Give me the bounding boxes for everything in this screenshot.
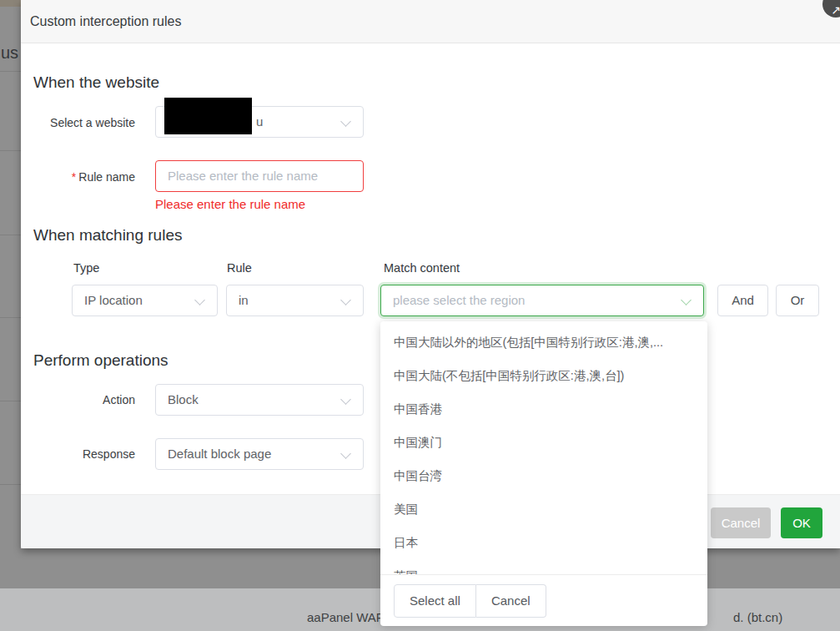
region-option[interactable]: 中国澳门 <box>380 426 707 459</box>
region-dropdown-panel: 中国大陆以外的地区(包括[中国特别行政区:港,澳,...中国大陆(不包括[中国特… <box>380 321 707 626</box>
action-select[interactable]: Block <box>155 384 364 416</box>
response-value: Default block page <box>168 439 271 469</box>
dialog-title: Custom interception rules <box>30 0 181 43</box>
select-all-button[interactable]: Select all <box>394 584 476 618</box>
action-value: Block <box>168 385 199 415</box>
redaction-overlay <box>164 98 252 134</box>
column-label-type: Type <box>73 261 99 275</box>
column-label-rule: Rule <box>227 261 252 275</box>
region-dropdown-actions: Select all Cancel <box>394 584 546 618</box>
match-content-placeholder: please select the region <box>393 285 525 316</box>
scroll-top-button[interactable]: ↗ <box>822 0 840 18</box>
region-option[interactable]: 中国香港 <box>380 392 707 426</box>
divider <box>0 150 21 151</box>
page-footer-link: d. (bt.cn) <box>733 610 782 624</box>
section-heading-website: When the website <box>33 73 159 92</box>
region-option[interactable]: 英国 <box>380 559 707 574</box>
section-heading-matching: When matching rules <box>33 226 182 245</box>
response-label: Response <box>17 447 135 461</box>
response-select[interactable]: Default block page <box>155 438 364 470</box>
region-option[interactable]: 日本 <box>380 526 707 559</box>
match-type-select[interactable]: IP location <box>72 285 218 316</box>
dimmed-page-left-top <box>0 0 21 7</box>
cancel-button[interactable]: Cancel <box>711 507 771 538</box>
chevron-down-icon <box>340 295 351 305</box>
chevron-down-icon <box>194 295 205 305</box>
screen: us aaPanel WAF d. (bt.cn) Custom interce… <box>0 0 840 631</box>
chevron-down-icon <box>681 295 692 305</box>
region-option[interactable]: 中国大陆以外的地区(包括[中国特别行政区:港,澳,... <box>380 326 707 359</box>
section-heading-operations: Perform operations <box>33 351 169 370</box>
arrow-up-right-icon: ↗ <box>822 3 840 17</box>
region-option[interactable]: 中国台湾 <box>380 459 707 492</box>
region-option-list: 中国大陆以外的地区(包括[中国特别行政区:港,澳,...中国大陆(不包括[中国特… <box>380 321 707 574</box>
divider <box>0 484 21 485</box>
region-option[interactable]: 中国大陆(不包括[中国特别行政区:港,澳,台]) <box>380 359 707 392</box>
action-label: Action <box>17 393 135 406</box>
divider <box>0 235 21 235</box>
rule-name-error: Please enter the rule name <box>155 197 305 211</box>
region-option[interactable]: 美国 <box>380 492 707 526</box>
select-website-label: Select a website <box>17 116 135 129</box>
rule-name-label: *Rule name <box>17 170 135 184</box>
match-type-value: IP location <box>84 285 143 316</box>
website-select-value: u <box>256 107 263 137</box>
column-label-match-content: Match content <box>384 261 460 275</box>
dropdown-cancel-button[interactable]: Cancel <box>476 584 546 618</box>
rule-name-placeholder: Please enter the rule name <box>168 161 318 191</box>
divider <box>0 71 21 72</box>
match-rule-select[interactable]: in <box>226 285 364 316</box>
page-footer-brand: aaPanel WAF <box>307 610 384 624</box>
rule-name-input[interactable]: Please enter the rule name <box>155 160 364 192</box>
dimmed-page-left <box>0 0 21 588</box>
and-button[interactable]: And <box>717 285 768 316</box>
chevron-down-icon <box>340 116 351 127</box>
required-marker: * <box>72 170 76 184</box>
divider <box>0 317 21 318</box>
chevron-down-icon <box>340 394 351 405</box>
or-button[interactable]: Or <box>776 285 819 316</box>
divider <box>380 574 707 575</box>
match-content-select[interactable]: please select the region <box>380 285 704 316</box>
background-page-text: us <box>1 43 21 63</box>
ok-button[interactable]: OK <box>781 507 822 538</box>
chevron-down-icon <box>340 448 351 459</box>
dialog-header: Custom interception rules <box>21 0 840 43</box>
match-rule-value: in <box>239 285 249 316</box>
